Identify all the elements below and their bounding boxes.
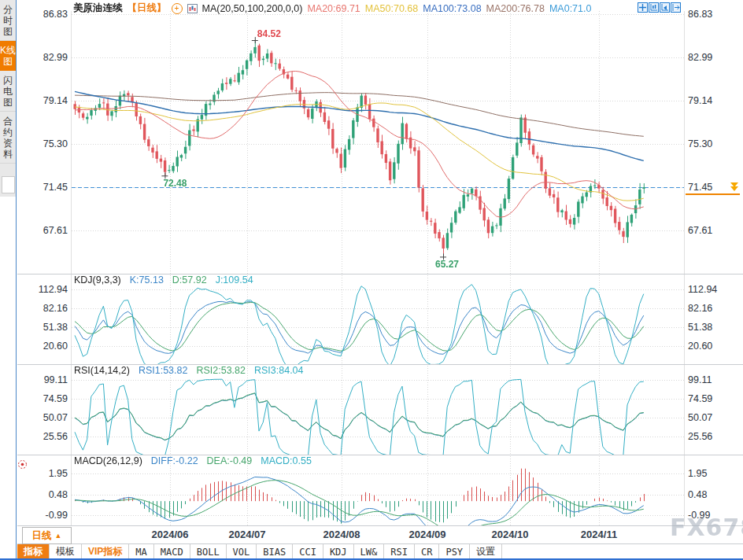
indicator-tab-ma[interactable]: MA bbox=[129, 544, 153, 558]
axis-divider-right bbox=[684, 11, 685, 525]
watermark: FX678 bbox=[670, 514, 743, 541]
sidebar-item-contract-info[interactable]: 合约资料 bbox=[0, 112, 16, 164]
indicator-tab-cci[interactable]: CCI bbox=[293, 544, 323, 558]
sidebar-item-lightning[interactable]: 闪电图 bbox=[0, 71, 16, 112]
sidebar: 分时图 K线图 闪电图 合约资料 bbox=[0, 0, 17, 560]
axis-label: 99.11 bbox=[688, 374, 712, 385]
axis-label: 71.45 bbox=[688, 182, 712, 193]
indicator-tab-lw[interactable]: LW& bbox=[354, 544, 385, 558]
kdj-j-value: J:109.54 bbox=[216, 274, 253, 286]
ma200-value: MA200:76.78 bbox=[486, 3, 545, 14]
ma100-value: MA100:73.08 bbox=[423, 3, 481, 14]
chevron-up-icon: ▲ bbox=[55, 532, 62, 540]
tab-template[interactable]: 模板 bbox=[50, 544, 82, 558]
macd-dea-value: DEA:-0.49 bbox=[207, 455, 253, 466]
axis-label: 0.48 bbox=[688, 489, 707, 500]
export-chart-icon[interactable] bbox=[671, 2, 681, 13]
pan-axis-icon[interactable] bbox=[660, 2, 670, 13]
x-axis-month-label: 2024/09 bbox=[409, 529, 446, 540]
axis-label: 67.61 bbox=[688, 225, 712, 236]
axis-label: 82.99 bbox=[688, 52, 712, 63]
rsi1-value: RSI1:53.82 bbox=[139, 365, 188, 376]
price-annotation: 72.48 bbox=[163, 178, 187, 189]
axis-label: -0.99 bbox=[19, 510, 68, 521]
kdj-name: KDJ(9,3,3) bbox=[74, 274, 121, 286]
macd-macd-value: MACD:0.55 bbox=[261, 455, 312, 466]
candlestick-chart-icon bbox=[187, 4, 198, 13]
axis-label: 82.16 bbox=[19, 303, 68, 314]
macd-chart[interactable] bbox=[72, 456, 684, 525]
x-axis-month-label: 2024/08 bbox=[323, 529, 360, 540]
axis-label: 51.38 bbox=[19, 322, 68, 333]
indicator-tab-cr[interactable]: CR bbox=[415, 544, 439, 558]
tab-indicator[interactable]: 指标 bbox=[17, 544, 50, 558]
x-axis-month-label: 2024/11 bbox=[581, 529, 617, 540]
macd-name: MACD(26,12,9) bbox=[74, 455, 142, 466]
axis-label: 20.60 bbox=[19, 341, 68, 352]
indicator-tab-bias[interactable]: BIAS bbox=[257, 544, 293, 558]
axis-label: 79.14 bbox=[19, 95, 68, 106]
zoom-axis-icon[interactable] bbox=[649, 2, 659, 13]
axis-divider-left bbox=[71, 11, 72, 525]
sidebar-tabs: 分时图 K线图 闪电图 合约资料 bbox=[0, 0, 16, 197]
x-axis-month-label: 2024/07 bbox=[229, 529, 266, 540]
kdj-d-value: D:57.92 bbox=[172, 274, 207, 286]
axis-label: 74.59 bbox=[19, 393, 68, 404]
price-annotation: 84.52 bbox=[257, 28, 281, 39]
axis-label: 82.16 bbox=[688, 303, 712, 314]
axis-label: 1.95 bbox=[688, 468, 707, 479]
kdj-k-value: K:75.13 bbox=[130, 274, 164, 286]
x-axis-month-label: 2024/06 bbox=[152, 529, 189, 540]
axis-label: 20.60 bbox=[688, 341, 712, 352]
ma0-value: MA0:71.0 bbox=[549, 3, 592, 14]
axis-label: 50.07 bbox=[19, 412, 68, 423]
axis-label: 51.38 bbox=[688, 322, 712, 333]
symbol-name: 美原油连续 bbox=[73, 2, 123, 15]
axis-label: 99.11 bbox=[19, 374, 68, 385]
main-price-chart[interactable] bbox=[72, 11, 684, 274]
sidebar-collapse-button[interactable] bbox=[2, 176, 15, 193]
sidebar-item-kline[interactable]: K线图 bbox=[0, 41, 16, 71]
ma50-value: MA50:70.68 bbox=[365, 3, 418, 14]
macd-header: MACD(26,12,9) DIFF:-0.22 DEA:-0.49 MACD:… bbox=[74, 455, 312, 466]
chart-app: 分时图 K线图 闪电图 合约资料 美原油连续 【日线】 + MA(20,50,1… bbox=[0, 0, 743, 560]
price-annotation: 65.27 bbox=[435, 259, 459, 270]
axis-label: 86.83 bbox=[19, 9, 68, 20]
crosshair-icon[interactable] bbox=[638, 2, 648, 13]
axis-label: 75.30 bbox=[688, 138, 712, 149]
ma20-value: MA20:69.71 bbox=[307, 3, 360, 14]
tab-vip-indicator[interactable]: VIP指标 bbox=[82, 544, 129, 558]
indicator-tab-kdj[interactable]: KDJ bbox=[323, 544, 354, 558]
add-indicator-icon[interactable]: + bbox=[172, 3, 183, 14]
axis-label: 112.94 bbox=[688, 284, 717, 295]
indicator-tab-boll[interactable]: BOLL bbox=[190, 544, 227, 558]
axis-label: 112.94 bbox=[19, 284, 68, 295]
chart-header: 美原油连续 【日线】 + MA(20,50,100,200,0,0) MA20:… bbox=[73, 2, 591, 15]
sidebar-item-timeshare[interactable]: 分时图 bbox=[0, 0, 16, 41]
indicator-tab-vol[interactable]: VOL bbox=[227, 544, 257, 558]
period-selector[interactable]: 日线 ▲ bbox=[22, 527, 72, 544]
axis-label: 75.30 bbox=[19, 138, 68, 149]
indicator-tab-macd[interactable]: MACD bbox=[154, 544, 190, 558]
kdj-chart[interactable] bbox=[72, 275, 684, 364]
kdj-header: KDJ(9,3,3) K:75.13 D:57.92 J:109.54 bbox=[74, 274, 253, 286]
indicator-tab-psy[interactable]: PSY bbox=[439, 544, 470, 558]
axis-label: 82.99 bbox=[19, 52, 68, 63]
rsi3-value: RSI3:84.04 bbox=[254, 365, 304, 376]
macd-target-icon[interactable] bbox=[17, 459, 28, 469]
rsi2-value: RSI2:53.82 bbox=[196, 365, 246, 376]
axis-label: 74.59 bbox=[688, 393, 712, 404]
axis-label: 79.14 bbox=[688, 95, 712, 106]
rsi-name: RSI(14,14,2) bbox=[74, 365, 130, 376]
x-axis-month-label: 2024/10 bbox=[492, 529, 529, 540]
indicator-tab-rsi[interactable]: RSI bbox=[384, 544, 415, 558]
axis-label: 50.07 bbox=[688, 412, 712, 423]
ma-formula: MA(20,50,100,200,0,0) bbox=[202, 3, 303, 14]
rsi-header: RSI(14,14,2) RSI1:53.82 RSI2:53.82 RSI3:… bbox=[74, 365, 304, 376]
axis-label: 0.48 bbox=[19, 489, 68, 500]
axis-label: 86.83 bbox=[688, 9, 712, 20]
indicator-tab-group: MAMACDBOLLVOLBIASCCIKDJLW&RSICRPSY bbox=[129, 544, 470, 558]
tab-settings[interactable]: 设置 bbox=[470, 544, 502, 558]
panel-separator bbox=[17, 525, 743, 526]
rsi-chart[interactable] bbox=[72, 366, 684, 455]
